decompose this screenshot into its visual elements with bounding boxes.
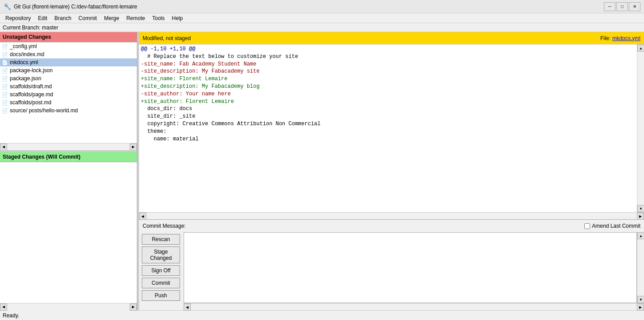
menu-commit[interactable]: Commit bbox=[75, 14, 100, 22]
branch-bar: Current Branch: master bbox=[0, 23, 644, 32]
diff-line: -site_description: My Fabacademy site bbox=[141, 68, 635, 75]
diff-scroll-track bbox=[637, 52, 644, 205]
diff-file-label: File: bbox=[600, 35, 611, 41]
diff-line: site_dir: _site bbox=[141, 113, 635, 120]
diff-header: Modified, not staged File: mkdocs.yml bbox=[139, 32, 644, 45]
diff-line: docs_dir: docs bbox=[141, 105, 635, 113]
staged-hscroll-track bbox=[7, 304, 130, 311]
unstaged-section: Unstaged Changes 📄_config.yml📄docs/index… bbox=[0, 32, 137, 150]
unstaged-file-item[interactable]: 📄source/ posts/hello-world.md bbox=[0, 107, 137, 115]
diff-line: +site_name: Florent Lemaire bbox=[141, 75, 635, 83]
window-controls: ─ □ ✕ bbox=[604, 2, 640, 11]
diff-line: copyright: Creative Commons Attribution … bbox=[141, 120, 635, 128]
commit-scroll-down[interactable]: ▼ bbox=[637, 296, 644, 303]
unstaged-header: Unstaged Changes bbox=[0, 32, 137, 42]
staged-header: Staged Changes (Will Commit) bbox=[0, 152, 137, 162]
commit-button[interactable]: Commit bbox=[142, 278, 180, 288]
menu-branch[interactable]: Branch bbox=[51, 14, 75, 22]
staged-hscroll-right[interactable]: ▶ bbox=[130, 304, 137, 311]
diff-line: +site_author: Florent Lemaire bbox=[141, 98, 635, 106]
file-icon: 📄 bbox=[2, 44, 8, 49]
menu-bar: Repository Edit Branch Commit Merge Remo… bbox=[0, 13, 644, 23]
menu-remote[interactable]: Remote bbox=[123, 14, 148, 22]
diff-hscroll[interactable]: ◀ ▶ bbox=[139, 212, 644, 219]
diff-line: -site_author: Your name here bbox=[141, 90, 635, 98]
file-icon: 📄 bbox=[2, 108, 8, 114]
title-bar: 🔧 Git Gui (florent-lemaire) C:/dev-fabac… bbox=[0, 0, 644, 13]
diff-scroll-up[interactable]: ▲ bbox=[637, 45, 644, 52]
commit-hscroll-track bbox=[191, 304, 637, 310]
menu-edit[interactable]: Edit bbox=[34, 14, 51, 22]
right-panel: Modified, not staged File: mkdocs.yml @@… bbox=[139, 32, 644, 310]
unstaged-file-list[interactable]: 📄_config.yml📄docs/index.md📄mkdocs.yml📄pa… bbox=[0, 42, 137, 143]
branch-text: Current Branch: master bbox=[3, 25, 58, 31]
stage-changed-button[interactable]: Stage Changed bbox=[142, 246, 180, 263]
window-title: Git Gui (florent-lemaire) C:/dev-fabac/f… bbox=[14, 4, 604, 10]
menu-tools[interactable]: Tools bbox=[148, 14, 168, 22]
diff-line: +site_description: My Fabacademy blog bbox=[141, 83, 635, 90]
unstaged-file-item[interactable]: 📄scaffolds/draft.md bbox=[0, 82, 137, 90]
status-text: Ready. bbox=[3, 312, 19, 319]
commit-scroll-up[interactable]: ▲ bbox=[637, 232, 644, 239]
diff-area: @@ -1,10 +1,10 @@ # Replace the text bel… bbox=[139, 45, 644, 212]
menu-merge[interactable]: Merge bbox=[100, 14, 123, 22]
file-icon: 📄 bbox=[2, 52, 8, 57]
diff-scroll-down[interactable]: ▼ bbox=[637, 205, 644, 212]
hscroll-right-arrow[interactable]: ▶ bbox=[130, 144, 137, 151]
left-panel: Unstaged Changes 📄_config.yml📄docs/index… bbox=[0, 32, 137, 310]
diff-line: @@ -1,10 +1,10 @@ bbox=[141, 45, 635, 53]
commit-message-row: Commit Message: Amend Last Commit bbox=[139, 220, 644, 232]
diff-line: name: material bbox=[141, 135, 635, 143]
file-icon: 📄 bbox=[2, 76, 8, 82]
maximize-button[interactable]: □ bbox=[616, 2, 628, 11]
diff-file-link[interactable]: mkdocs.yml bbox=[612, 35, 640, 41]
close-button[interactable]: ✕ bbox=[629, 2, 640, 11]
app-icon: 🔧 bbox=[4, 3, 11, 10]
file-icon: 📄 bbox=[2, 68, 8, 74]
file-icon: 📄 bbox=[2, 84, 8, 90]
diff-vscroll[interactable]: ▲ ▼ bbox=[637, 45, 644, 212]
commit-hscroll-left[interactable]: ◀ bbox=[184, 304, 191, 311]
staged-hscroll-left[interactable]: ◀ bbox=[0, 304, 7, 311]
main-area: Unstaged Changes 📄_config.yml📄docs/index… bbox=[0, 32, 644, 310]
amend-checkbox[interactable] bbox=[584, 223, 590, 229]
menu-help[interactable]: Help bbox=[168, 14, 186, 22]
diff-hscroll-right[interactable]: ▶ bbox=[637, 213, 644, 220]
sign-off-button[interactable]: Sign Off bbox=[142, 265, 180, 276]
file-icon: 📄 bbox=[2, 92, 8, 98]
unstaged-file-item[interactable]: 📄package-lock.json bbox=[0, 66, 137, 74]
commit-hscroll-right[interactable]: ▶ bbox=[637, 304, 644, 311]
hscroll-left-arrow[interactable]: ◀ bbox=[0, 144, 7, 151]
unstaged-file-item[interactable]: 📄package.json bbox=[0, 74, 137, 82]
unstaged-file-item[interactable]: 📄mkdocs.yml bbox=[0, 58, 137, 66]
staged-section: Staged Changes (Will Commit) ◀ ▶ bbox=[0, 152, 137, 310]
commit-vscroll[interactable]: ▲ ▼ bbox=[637, 232, 644, 303]
diff-content[interactable]: @@ -1,10 +1,10 @@ # Replace the text bel… bbox=[139, 45, 637, 212]
unstaged-file-item[interactable]: 📄docs/index.md bbox=[0, 50, 137, 58]
staged-file-list[interactable] bbox=[0, 162, 137, 303]
rescan-button[interactable]: Rescan bbox=[142, 234, 180, 245]
unstaged-file-item[interactable]: 📄scaffolds/page.md bbox=[0, 90, 137, 98]
unstaged-hscroll[interactable]: ◀ ▶ bbox=[0, 143, 137, 150]
action-buttons: Rescan Stage Changed Sign Off Commit Pus… bbox=[139, 232, 184, 310]
hscroll-track bbox=[7, 144, 130, 151]
diff-hscroll-left[interactable]: ◀ bbox=[139, 213, 146, 220]
bottom-area: Commit Message: Amend Last Commit Rescan… bbox=[139, 219, 644, 310]
amend-label: Amend Last Commit bbox=[592, 223, 640, 229]
staged-hscroll[interactable]: ◀ ▶ bbox=[0, 303, 137, 310]
diff-hscroll-track bbox=[146, 213, 637, 219]
commit-textarea[interactable] bbox=[184, 232, 637, 303]
menu-repository[interactable]: Repository bbox=[2, 14, 34, 22]
commit-message-area: ▲ ▼ ◀ ▶ bbox=[184, 232, 644, 310]
commit-hscroll[interactable]: ◀ ▶ bbox=[184, 303, 644, 310]
unstaged-file-item[interactable]: 📄_config.yml bbox=[0, 42, 137, 50]
textarea-wrapper: ▲ ▼ bbox=[184, 232, 644, 303]
commit-message-label: Commit Message: bbox=[143, 223, 186, 229]
amend-area: Amend Last Commit bbox=[584, 223, 640, 229]
push-button[interactable]: Push bbox=[142, 290, 180, 301]
unstaged-file-item[interactable]: 📄scaffolds/post.md bbox=[0, 98, 137, 107]
diff-line: -site_name: Fab Academy Student Name bbox=[141, 61, 635, 68]
diff-status: Modified, not staged bbox=[143, 35, 600, 41]
minimize-button[interactable]: ─ bbox=[604, 2, 615, 11]
diff-line: # Replace the text below to customize yo… bbox=[141, 53, 635, 61]
